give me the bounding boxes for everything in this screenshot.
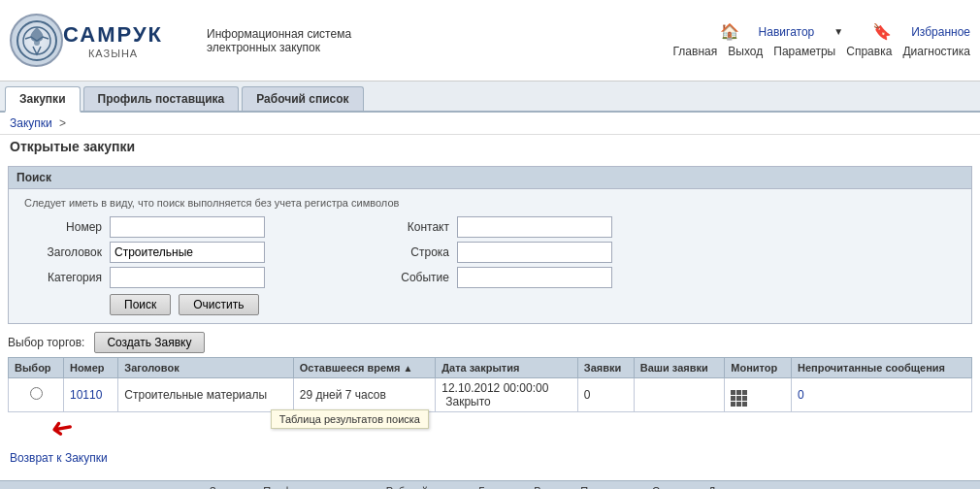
nav-navigator[interactable]: Навигатор <box>759 25 815 39</box>
tab-work-list[interactable]: Рабочий список <box>242 86 363 111</box>
row-number: 10110 <box>64 378 118 412</box>
search-note: Следует иметь в виду, что поиск выполняе… <box>24 197 956 209</box>
nav-favorites[interactable]: Избранное <box>911 25 970 39</box>
search-input-contact[interactable] <box>457 216 612 238</box>
clear-button[interactable]: Очистить <box>179 294 258 315</box>
search-input-title[interactable] <box>110 242 265 263</box>
link-diag[interactable]: Диагностика <box>902 45 970 58</box>
bookmark-icon: 🔖 <box>872 22 892 41</box>
logo-emblem <box>10 14 63 67</box>
search-row-event: Событие <box>372 267 612 288</box>
row-radio[interactable] <box>30 387 43 400</box>
logo-title: САМРУК <box>63 22 163 48</box>
search-button[interactable]: Поиск <box>110 294 171 315</box>
search-header: Поиск <box>9 167 971 189</box>
row-remaining: 29 дней 7 часов Таблица результатов поис… <box>293 378 436 412</box>
col-header-apps: Заявки <box>577 358 634 378</box>
back-link[interactable]: Возврат к Закупки <box>10 451 108 465</box>
search-input-event[interactable] <box>457 267 612 288</box>
footer-link-worklist[interactable]: Рабочий список <box>386 485 465 489</box>
svg-point-2 <box>34 40 40 46</box>
search-row-contact: Контакт <box>372 216 612 238</box>
search-section: Поиск Следует иметь в виду, что поиск вы… <box>8 166 972 324</box>
row-apps: 0 <box>577 378 634 412</box>
col-header-number: Номер <box>64 358 118 378</box>
results-section: Выбор торгов: Создать Заявку Выбор Номер… <box>8 332 972 441</box>
table-header-row: Выбор Номер Заголовок Оставшееся время ▲… <box>9 358 972 378</box>
house-icon: 🏠 <box>720 22 739 41</box>
nav-dropdown-icon[interactable]: ▼ <box>833 26 843 37</box>
breadcrumb-purchases[interactable]: Закупки <box>10 116 52 130</box>
search-label-event: Событие <box>372 271 449 284</box>
search-row-number: Номер <box>24 216 265 238</box>
back-link-area: Возврат к Закупки <box>0 445 980 471</box>
tabs: Закупки Профиль поставщика Рабочий списо… <box>0 82 980 113</box>
search-input-category[interactable] <box>110 267 265 288</box>
page-title: Открытые закупки <box>0 135 980 160</box>
search-label-contact: Контакт <box>372 220 449 234</box>
search-input-number[interactable] <box>110 216 265 238</box>
search-buttons: Поиск Очистить <box>24 294 265 315</box>
logo-text: САМРУК КАЗЫНА <box>63 22 163 59</box>
search-label-row: Строка <box>372 245 449 259</box>
row-monitor <box>725 378 792 412</box>
results-toolbar: Выбор торгов: Создать Заявку <box>8 332 972 353</box>
nav-bar: 🏠 Навигатор ▼ 🔖 Избранное <box>720 22 970 41</box>
search-input-row[interactable] <box>457 242 612 263</box>
row-number-link[interactable]: 10110 <box>70 388 102 402</box>
row-messages-link[interactable]: 0 <box>798 388 804 402</box>
footer-link-params[interactable]: Параметры <box>580 485 637 489</box>
grid-icon[interactable] <box>731 390 747 407</box>
top-links: Главная Выход Параметры Справка Диагност… <box>666 45 970 58</box>
search-label-category: Категория <box>24 271 102 284</box>
search-body: Следует иметь в виду, что поиск выполняе… <box>9 189 971 323</box>
link-home[interactable]: Главная <box>673 45 718 58</box>
footer-link-home[interactable]: Главная <box>478 485 519 489</box>
search-label-number: Номер <box>24 220 102 234</box>
col-header-select: Выбор <box>9 358 64 378</box>
col-header-monitor: Монитор <box>725 358 792 378</box>
table-row: 10110 Строительные материалы 29 дней 7 ч… <box>9 378 972 412</box>
tooltip-container: 29 дней 7 часов Таблица результатов поис… <box>300 388 386 402</box>
arrow-annotation: ➜ <box>8 412 972 441</box>
col-header-messages: Непрочитанные сообщения <box>792 358 972 378</box>
breadcrumb: Закупки > <box>0 113 980 135</box>
col-header-time[interactable]: Оставшееся время ▲ <box>293 358 436 378</box>
create-application-button[interactable]: Создать Заявку <box>94 332 204 353</box>
col-header-myapps: Ваши заявки <box>634 358 724 378</box>
link-help[interactable]: Справка <box>846 45 892 58</box>
footer-link-diag[interactable]: Диагностика <box>708 485 770 489</box>
search-right-col: Контакт Строка Событие <box>372 216 612 315</box>
row-title: Строительные материалы <box>118 378 293 412</box>
footer-link-help[interactable]: Справка <box>652 485 694 489</box>
row-messages: 0 <box>792 378 972 412</box>
search-row-row: Строка <box>372 242 612 263</box>
header-info: Информационная система электронных закуп… <box>187 27 666 54</box>
row-select[interactable] <box>9 378 64 412</box>
red-arrow-icon: ➜ <box>49 412 77 443</box>
footer: Закупки Профиль поставщика Рабочий списо… <box>0 480 980 489</box>
col-header-title: Заголовок <box>118 358 293 378</box>
tab-supplier-profile[interactable]: Профиль поставщика <box>83 86 240 111</box>
row-myapps <box>634 378 724 412</box>
search-row-title: Заголовок <box>24 242 265 263</box>
search-row-category: Категория <box>24 267 265 288</box>
footer-link-logout[interactable]: Выход <box>534 485 566 489</box>
sort-arrow-icon: ▲ <box>404 363 413 374</box>
link-params[interactable]: Параметры <box>773 45 835 58</box>
tooltip-popup: Таблица результатов поиска <box>271 409 429 429</box>
results-table: Выбор Номер Заголовок Оставшееся время ▲… <box>8 357 972 412</box>
search-label-title: Заголовок <box>24 245 102 259</box>
tab-purchases[interactable]: Закупки <box>5 86 81 113</box>
logo-subtitle: КАЗЫНА <box>88 48 138 59</box>
system-title: Информационная система электронных закуп… <box>207 27 666 54</box>
link-logout[interactable]: Выход <box>728 45 763 58</box>
footer-link-supplier[interactable]: Профиль поставщика <box>263 485 371 489</box>
footer-link-purchases[interactable]: Закупки <box>210 485 248 489</box>
row-close-date: 12.10.2012 00:00:00 Закрыто <box>436 378 578 412</box>
results-label: Выбор торгов: <box>8 336 84 349</box>
search-left-col: Номер Заголовок Категория Поиск Очистить <box>24 216 265 315</box>
col-header-date: Дата закрытия <box>436 358 578 378</box>
logo-area: САМРУК КАЗЫНА <box>10 14 187 67</box>
breadcrumb-separator: > <box>59 116 66 130</box>
